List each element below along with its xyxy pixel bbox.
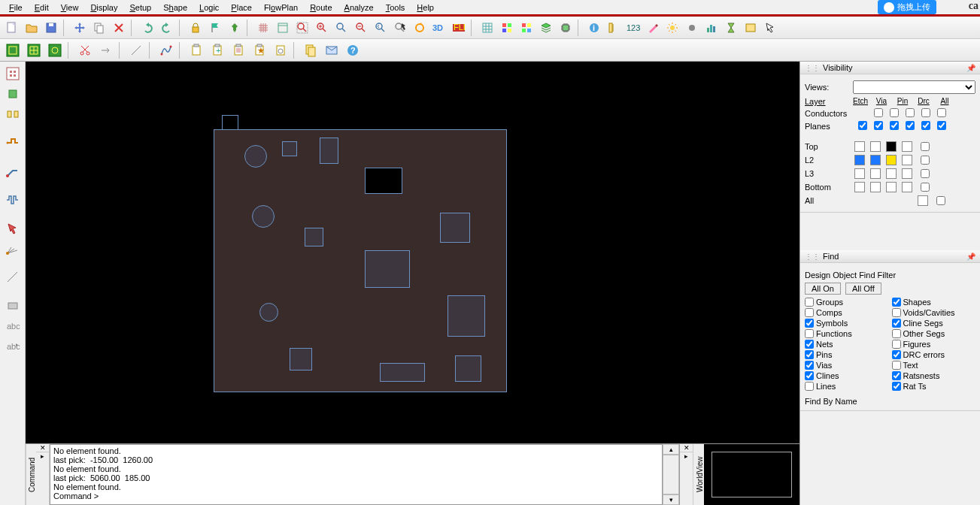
- vis-check[interactable]: [937, 108, 946, 117]
- design-canvas[interactable]: [26, 62, 799, 443]
- color-swatch[interactable]: [870, 168, 881, 179]
- mail-icon[interactable]: [322, 41, 341, 60]
- ruler-icon[interactable]: [605, 19, 623, 37]
- refresh-icon[interactable]: [411, 19, 429, 37]
- lt-text2-icon[interactable]: abc: [3, 337, 23, 355]
- window-icon[interactable]: [274, 19, 292, 37]
- bars-icon[interactable]: [702, 19, 721, 37]
- find-checkbox[interactable]: [892, 329, 901, 338]
- cloud-upload-button[interactable]: 拖拽上传: [878, 0, 936, 14]
- wv-arrow-icon[interactable]: ▸: [680, 452, 693, 460]
- lt-text-icon[interactable]: abc: [3, 317, 23, 335]
- pin-icon[interactable]: 📌: [966, 252, 975, 261]
- views-select[interactable]: [853, 80, 975, 94]
- find-checkbox[interactable]: [805, 308, 814, 317]
- vis-check[interactable]: [890, 121, 899, 130]
- 3d-icon[interactable]: 3D: [430, 19, 448, 37]
- highlight-icon[interactable]: [644, 19, 662, 37]
- find-checkbox[interactable]: [892, 308, 901, 317]
- find-checkbox[interactable]: [805, 350, 814, 359]
- undo-icon[interactable]: [138, 19, 156, 37]
- color-swatch[interactable]: [902, 155, 912, 165]
- color-swatch[interactable]: [902, 141, 912, 152]
- zoom-select-icon[interactable]: [391, 19, 409, 37]
- worldview[interactable]: [704, 444, 799, 505]
- zoom-in-icon[interactable]: [313, 19, 331, 37]
- clipboard-star-icon[interactable]: ★: [250, 41, 269, 60]
- layers-icon[interactable]: [537, 19, 555, 37]
- find-item-rat-ts[interactable]: Rat Ts: [892, 382, 976, 391]
- wv-close-icon[interactable]: ✕: [680, 444, 693, 452]
- moon-icon[interactable]: [683, 19, 701, 37]
- open-icon[interactable]: [23, 19, 41, 37]
- find-header[interactable]: ⋮⋮ Find 📌: [800, 250, 980, 263]
- find-item-other-segs[interactable]: Other Segs: [892, 329, 976, 338]
- move-icon[interactable]: [71, 19, 89, 37]
- cmd-arrow-icon[interactable]: ▸: [36, 452, 49, 460]
- find-item-text[interactable]: Text: [892, 361, 976, 370]
- menu-display[interactable]: Display: [84, 2, 123, 14]
- layer-check[interactable]: [921, 169, 930, 178]
- find-checkbox[interactable]: [805, 340, 814, 349]
- lt-seg-icon[interactable]: [3, 268, 23, 286]
- chip-icon[interactable]: [557, 19, 575, 37]
- command-window[interactable]: No element found. last pick: -150.00 126…: [50, 444, 663, 505]
- menu-help[interactable]: Help: [411, 2, 440, 14]
- find-checkbox[interactable]: [805, 329, 814, 338]
- sheet2-icon[interactable]: [24, 41, 44, 60]
- find-checkbox[interactable]: [892, 361, 901, 370]
- color-swatch[interactable]: [918, 195, 928, 206]
- copy-icon[interactable]: [90, 19, 108, 37]
- find-item-cline-segs[interactable]: Cline Segs: [892, 319, 976, 328]
- find-item-functions[interactable]: Functions: [805, 329, 889, 338]
- find-checkbox[interactable]: [892, 350, 901, 359]
- find-checkbox[interactable]: [805, 382, 814, 391]
- board-icon[interactable]: [742, 19, 760, 37]
- palette2-icon[interactable]: [517, 19, 536, 37]
- arrow-right-icon[interactable]: [96, 41, 116, 60]
- scroll-down-icon[interactable]: ▾: [663, 494, 679, 505]
- find-checkbox[interactable]: [892, 319, 901, 328]
- palette-icon[interactable]: [498, 19, 516, 37]
- color-swatch[interactable]: [870, 141, 881, 152]
- find-checkbox[interactable]: [892, 382, 901, 391]
- find-item-lines[interactable]: Lines: [805, 382, 889, 391]
- command-tab-label[interactable]: Command: [26, 444, 36, 505]
- lt-spread-icon[interactable]: [3, 65, 23, 83]
- info-icon[interactable]: i: [585, 19, 603, 37]
- color-swatch[interactable]: [870, 182, 881, 192]
- menu-setup[interactable]: Setup: [123, 2, 157, 14]
- find-item-groups[interactable]: Groups: [805, 298, 889, 307]
- lt-fan-icon[interactable]: [3, 240, 23, 258]
- color-swatch[interactable]: [870, 155, 881, 165]
- find-item-figures[interactable]: Figures: [892, 340, 976, 349]
- layer-check[interactable]: [921, 183, 930, 192]
- lt-ptr-icon[interactable]: [3, 219, 23, 237]
- lock-icon[interactable]: [187, 19, 205, 37]
- zoom-area-icon[interactable]: [332, 19, 350, 37]
- menu-edit[interactable]: Edit: [29, 2, 55, 14]
- menu-route[interactable]: Route: [304, 2, 338, 14]
- zoom-out-icon[interactable]: [352, 19, 370, 37]
- vis-check[interactable]: [921, 121, 930, 130]
- layer-check[interactable]: [936, 196, 945, 205]
- lt-wave-icon[interactable]: [3, 191, 23, 209]
- layer-check[interactable]: [921, 142, 930, 151]
- lt-pair-icon[interactable]: [3, 105, 23, 123]
- find-item-voids-cavities[interactable]: Voids/Cavities: [892, 308, 976, 317]
- help-icon[interactable]: ?: [343, 41, 363, 60]
- color-swatch[interactable]: [902, 182, 912, 192]
- layer-check[interactable]: [921, 156, 930, 165]
- find-item-drc-errors[interactable]: DRC errors: [892, 350, 976, 359]
- num-icon[interactable]: 123: [624, 19, 642, 37]
- vis-check[interactable]: [906, 108, 915, 117]
- vis-check[interactable]: [890, 108, 899, 117]
- color-swatch[interactable]: [886, 168, 897, 179]
- cut-icon[interactable]: [75, 41, 95, 60]
- all-off-button[interactable]: All Off: [845, 283, 881, 295]
- new-icon[interactable]: [3, 19, 21, 37]
- grid-icon[interactable]: [254, 19, 272, 37]
- find-checkbox[interactable]: [805, 319, 814, 328]
- find-checkbox[interactable]: [892, 340, 901, 349]
- vis-check[interactable]: [937, 121, 946, 130]
